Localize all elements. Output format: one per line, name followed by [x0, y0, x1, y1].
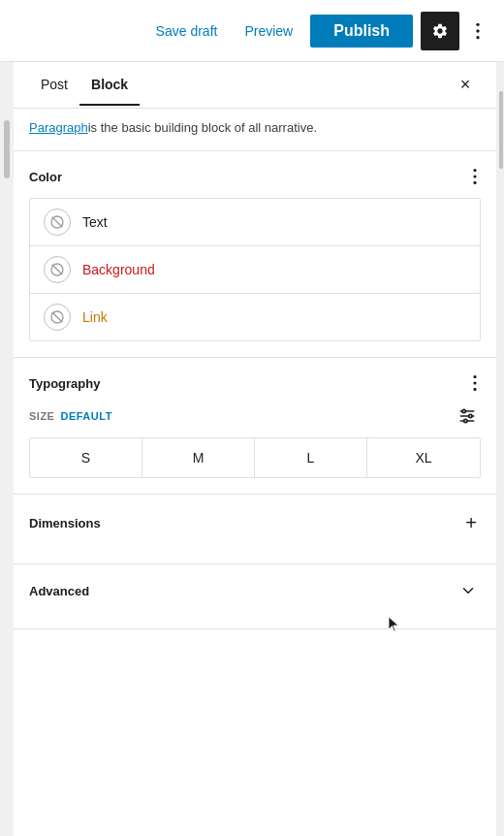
chevron-down-icon	[459, 582, 477, 599]
font-size-xl-button[interactable]: XL	[367, 438, 480, 477]
save-draft-button[interactable]: Save draft	[146, 17, 228, 45]
gear-icon	[431, 22, 449, 40]
ellipsis-vertical-icon-color	[473, 169, 477, 184]
color-background-label: Background	[82, 262, 155, 277]
dimensions-add-button[interactable]: +	[461, 510, 481, 536]
typography-section-title: Typography	[29, 376, 100, 391]
left-scrollbar-thumb	[4, 120, 10, 178]
color-item-text[interactable]: Text	[30, 199, 480, 246]
intro-text-area: Paragraphis the basic building block of …	[14, 109, 496, 151]
main-layout: Post Block × Paragraphis the basic build…	[0, 62, 504, 836]
advanced-section-title: Advanced	[29, 584, 89, 598]
right-scrollbar[interactable]	[496, 62, 504, 836]
block-panel: Post Block × Paragraphis the basic build…	[14, 62, 496, 836]
typography-section-header: Typography	[29, 373, 481, 393]
size-label: SIZE	[29, 410, 54, 422]
intro-link-text: Paragraph	[29, 120, 88, 135]
panel-content: Paragraphis the basic building block of …	[14, 109, 496, 836]
color-no-color-icon-link	[44, 304, 71, 331]
typography-section: Typography SIZE DEFAULT	[14, 358, 496, 495]
font-size-s-button[interactable]: S	[30, 438, 142, 477]
color-section-title: Color	[29, 170, 62, 184]
svg-line-6	[52, 217, 63, 228]
tab-post[interactable]: Post	[29, 65, 79, 106]
svg-point-20	[464, 419, 467, 422]
color-no-color-icon-text	[44, 209, 71, 236]
font-sizes-group: S M L XL	[29, 437, 481, 478]
color-item-link[interactable]: Link	[30, 294, 480, 340]
dimensions-section-header: Dimensions +	[29, 510, 481, 536]
typography-section-more-button[interactable]	[469, 373, 481, 393]
preview-button[interactable]: Preview	[235, 17, 302, 45]
color-link-label: Link	[82, 309, 108, 325]
panel-tabs: Post Block ×	[14, 62, 496, 109]
ellipsis-vertical-icon	[475, 21, 481, 41]
right-scrollbar-thumb	[499, 91, 503, 169]
font-size-l-button[interactable]: L	[255, 438, 367, 477]
size-default-label: DEFAULT	[60, 410, 111, 422]
advanced-section-header: Advanced	[29, 580, 481, 601]
color-section-more-button[interactable]	[469, 167, 481, 186]
publish-button[interactable]: Publish	[310, 15, 413, 48]
font-size-m-button[interactable]: M	[142, 438, 255, 477]
toolbar: Save draft Preview Publish	[0, 0, 504, 62]
svg-point-12	[473, 375, 476, 378]
svg-point-0	[476, 22, 479, 25]
size-label-group: SIZE DEFAULT	[29, 410, 112, 422]
left-scrollbar[interactable]	[0, 62, 14, 836]
svg-point-19	[469, 414, 472, 417]
svg-point-3	[473, 169, 476, 172]
settings-button[interactable]	[421, 12, 459, 50]
typography-controls: SIZE DEFAULT	[29, 404, 481, 478]
svg-point-5	[473, 181, 476, 184]
color-no-color-icon-bg	[44, 256, 71, 283]
tab-block[interactable]: Block	[79, 65, 140, 106]
panel-close-button[interactable]: ×	[450, 70, 481, 101]
sliders-icon	[457, 406, 477, 426]
svg-line-10	[52, 312, 63, 323]
color-items-list: Text Background	[29, 198, 481, 341]
svg-point-18	[462, 409, 465, 412]
dimensions-section-title: Dimensions	[29, 516, 101, 531]
svg-point-1	[476, 29, 479, 32]
more-options-button[interactable]	[467, 17, 488, 45]
advanced-section: Advanced	[14, 564, 496, 629]
typography-filter-button[interactable]	[454, 404, 481, 428]
ellipsis-vertical-icon-typo	[473, 375, 477, 391]
advanced-chevron-button[interactable]	[456, 580, 481, 601]
svg-point-13	[473, 381, 476, 384]
size-row: SIZE DEFAULT	[29, 404, 481, 428]
svg-point-2	[476, 36, 479, 39]
svg-line-8	[52, 265, 63, 275]
svg-point-14	[473, 388, 476, 391]
dimensions-section: Dimensions +	[14, 495, 496, 564]
color-section-header: Color	[29, 167, 481, 186]
intro-body-text: is the basic building block of all narra…	[88, 120, 317, 135]
svg-point-4	[473, 175, 476, 177]
color-item-background[interactable]: Background	[30, 246, 480, 294]
color-section: Color	[14, 151, 496, 358]
color-text-label: Text	[82, 214, 108, 230]
